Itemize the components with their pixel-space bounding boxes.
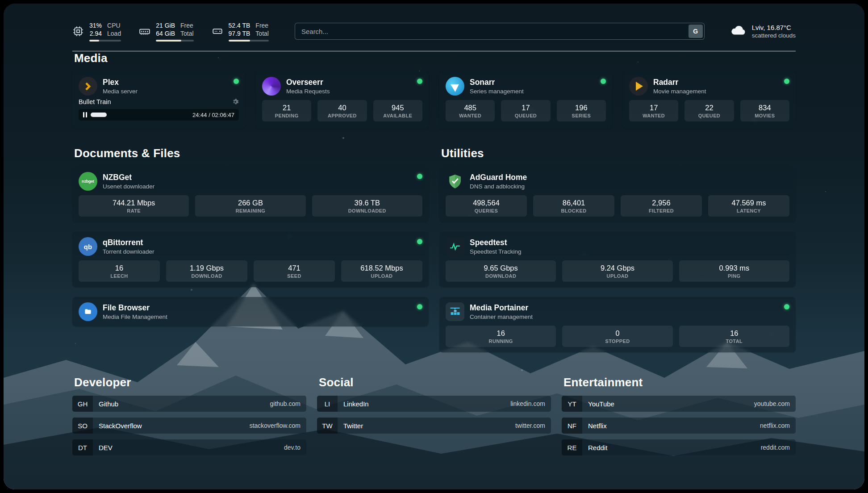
- sonarr-card[interactable]: Sonarr Series management 485WANTED 17QUE…: [439, 71, 612, 129]
- ram-total-label: Total: [180, 29, 194, 38]
- overseerr-card[interactable]: Overseerr Media Requests 21PENDING 40APP…: [256, 71, 429, 129]
- app-name: Sonarr: [470, 78, 595, 87]
- section-title-social: Social: [319, 376, 551, 389]
- developer-column: Developer GH Github github.com SO StackO…: [72, 376, 306, 461]
- bookmark-youtube[interactable]: YT YouTube youtube.com: [562, 396, 796, 412]
- status-indicator: [417, 239, 422, 244]
- stat-upload: 9.24 GbpsUPLOAD: [562, 260, 672, 282]
- section-title-entertainment: Entertainment: [563, 376, 796, 389]
- adguard-card[interactable]: AdGuard Home DNS and adblocking 498,564Q…: [439, 167, 796, 222]
- bookmark-abbr: SO: [72, 418, 93, 434]
- stat-rate: 744.21 MbpsRATE: [79, 195, 189, 217]
- app-name: File Browser: [103, 303, 412, 313]
- app-desc: Container management: [470, 313, 779, 320]
- search-bar: G: [295, 23, 705, 40]
- nzbget-card[interactable]: nzbget NZBGet Usenet downloader 744.21 M…: [72, 167, 429, 222]
- bookmark-abbr: YT: [562, 396, 582, 412]
- bookmark-abbr: NF: [562, 418, 582, 434]
- radarr-card[interactable]: Radarr Movie management 17WANTED 22QUEUE…: [623, 71, 796, 129]
- cpu-load-value: 2.94: [90, 29, 102, 38]
- app-desc: DNS and adblocking: [470, 183, 789, 190]
- bookmark-url: github.com: [270, 400, 300, 407]
- qbittorrent-icon: qb: [79, 237, 97, 256]
- gear-icon[interactable]: [232, 98, 239, 105]
- stat-total: 16TOTAL: [679, 326, 789, 347]
- stat-remaining: 266 GBREMAINING: [195, 195, 305, 217]
- section-title-utilities: Utilities: [441, 146, 796, 160]
- portainer-icon: [446, 302, 464, 321]
- app-name: NZBGet: [103, 173, 412, 182]
- status-indicator: [601, 79, 606, 84]
- stat-wanted: 485WANTED: [446, 100, 495, 121]
- utilities-column: Utilities AdGuard Home DNS and: [439, 146, 796, 362]
- sonarr-icon: [446, 77, 464, 96]
- bookmark-reddit[interactable]: RE Reddit reddit.com: [562, 439, 796, 455]
- stat-queries: 498,564QUERIES: [446, 195, 527, 217]
- section-title-developer: Developer: [74, 376, 306, 389]
- stat-available: 945AVAILABLE: [373, 100, 422, 121]
- bookmark-url: netflix.com: [760, 422, 790, 429]
- section-title-documents: Documents & Files: [74, 146, 429, 160]
- playback-time: 24:44 / 02:06:47: [192, 112, 234, 118]
- ram-monitor: 21 GiB 64 GiB Free Total: [139, 21, 193, 42]
- ram-free-label: Free: [180, 21, 194, 29]
- bookmark-stackoverflow[interactable]: SO StackOverflow stackoverflow.com: [72, 418, 306, 434]
- bookmark-dev[interactable]: DT DEV dev.to: [72, 439, 306, 455]
- app-name: Radarr: [653, 78, 779, 87]
- radarr-icon: [629, 77, 648, 96]
- bookmark-url: youtube.com: [754, 400, 790, 407]
- cpu-load-label: Load: [107, 29, 121, 38]
- disk-icon: [212, 25, 223, 37]
- weather-condition: scattered clouds: [752, 32, 796, 39]
- bookmark-name: Github: [99, 400, 118, 408]
- disk-total-value: 97.9 TB: [229, 29, 250, 38]
- portainer-card[interactable]: Media Portainer Container management 16R…: [439, 297, 796, 352]
- cpu-usage-bar: [89, 40, 121, 42]
- bookmark-twitter[interactable]: TW Twitter twitter.com: [317, 418, 551, 434]
- speedtest-icon: [446, 237, 464, 256]
- bookmark-name: DEV: [99, 444, 113, 451]
- disk-monitor: 52.4 TB 97.9 TB Free Total: [212, 21, 269, 42]
- stat-movies: 834MOVIES: [740, 100, 789, 121]
- stat-upload: 618.52 MbpsUPLOAD: [341, 260, 422, 282]
- app-desc: Usenet downloader: [103, 183, 412, 190]
- app-desc: Series management: [470, 88, 595, 95]
- cpu-monitor: 31% 2.94 CPU Load: [72, 21, 121, 42]
- plex-player-bar[interactable]: 24:44 / 02:06:47: [79, 109, 239, 121]
- stat-download: 9.65 GbpsDOWNLOAD: [446, 260, 556, 282]
- status-indicator: [417, 174, 422, 179]
- app-desc: Movie management: [653, 88, 779, 95]
- stat-pending: 21PENDING: [262, 100, 311, 121]
- stat-leech: 16LEECH: [79, 260, 160, 282]
- media-grid: Plex Media server Bullet Train: [72, 71, 796, 129]
- stat-wanted: 17WANTED: [629, 100, 678, 121]
- bookmark-github[interactable]: GH Github github.com: [72, 396, 306, 412]
- bookmark-name: Netflix: [588, 422, 607, 430]
- bookmark-url: dev.to: [284, 444, 300, 451]
- bookmark-abbr: TW: [317, 418, 338, 434]
- bookmark-netflix[interactable]: NF Netflix netflix.com: [562, 418, 796, 434]
- app-name: Media Portainer: [470, 303, 779, 313]
- documents-column: Documents & Files nzbget NZBGet Usenet d…: [72, 146, 429, 336]
- adguard-icon: [446, 172, 464, 191]
- status-indicator: [784, 304, 789, 309]
- bookmark-name: YouTube: [588, 400, 614, 408]
- app-desc: Media server: [103, 88, 228, 95]
- ram-total-value: 64 GiB: [156, 29, 175, 38]
- search-engine-button[interactable]: G: [689, 25, 703, 38]
- app-desc: Speedtest Tracking: [470, 248, 789, 255]
- weather-widget: Lviv, 16.87°C scattered clouds: [730, 22, 796, 41]
- top-bar: 31% 2.94 CPU Load: [72, 19, 796, 44]
- filebrowser-card[interactable]: File Browser Media File Management: [72, 297, 429, 326]
- stat-series: 196SERIES: [557, 100, 606, 121]
- bookmark-linkedin[interactable]: LI LinkedIn linkedin.com: [317, 396, 551, 412]
- plex-card[interactable]: Plex Media server Bullet Train: [72, 71, 245, 129]
- speedtest-card[interactable]: Speedtest Speedtest Tracking 9.65 GbpsDO…: [439, 232, 796, 287]
- pause-icon[interactable]: [83, 112, 87, 117]
- disk-total-label: Total: [255, 29, 269, 38]
- cpu-percent: 31%: [89, 21, 102, 29]
- now-playing-title: Bullet Train: [79, 98, 111, 105]
- stat-download: 1.19 GbpsDOWNLOAD: [166, 260, 247, 282]
- search-input[interactable]: [295, 23, 705, 40]
- qbittorrent-card[interactable]: qb qBittorrent Torrent downloader 16LEEC…: [72, 232, 429, 287]
